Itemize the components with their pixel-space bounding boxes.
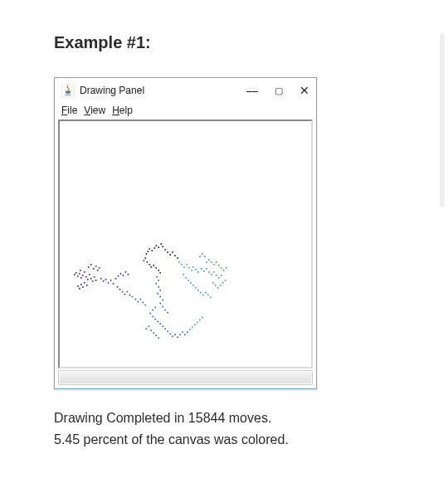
svg-point-15	[95, 280, 97, 281]
svg-point-59	[150, 266, 152, 268]
svg-point-147	[221, 275, 222, 276]
svg-point-51	[155, 245, 157, 246]
svg-point-92	[169, 333, 171, 334]
svg-point-144	[213, 271, 215, 273]
svg-point-104	[155, 334, 157, 336]
svg-point-94	[174, 334, 176, 335]
svg-point-141	[206, 268, 207, 270]
svg-point-36	[120, 273, 122, 275]
svg-point-47	[147, 251, 149, 252]
caption-line-2: 5.45 percent of the canvas was colored.	[54, 429, 448, 451]
svg-point-55	[144, 257, 146, 259]
svg-point-13	[92, 281, 94, 282]
svg-point-150	[211, 261, 212, 263]
svg-point-43	[124, 294, 125, 295]
svg-point-60	[153, 265, 154, 266]
svg-point-161	[222, 282, 224, 284]
svg-point-106	[131, 296, 133, 298]
svg-point-123	[187, 280, 189, 281]
menu-view[interactable]: View	[82, 105, 107, 116]
svg-point-130	[205, 292, 207, 294]
svg-point-18	[82, 286, 84, 288]
svg-point-33	[113, 283, 114, 285]
svg-point-116	[188, 267, 190, 269]
svg-point-118	[192, 266, 194, 268]
menubar: File View Help	[55, 103, 316, 120]
maximize-button[interactable]: ▢	[275, 86, 283, 95]
svg-point-74	[159, 290, 161, 291]
svg-point-115	[186, 264, 187, 266]
drawing-canvas	[58, 120, 313, 368]
svg-point-68	[174, 255, 176, 256]
svg-point-129	[202, 295, 204, 296]
svg-point-84	[149, 312, 151, 314]
svg-point-140	[203, 271, 205, 272]
svg-point-108	[137, 301, 139, 303]
svg-point-158	[215, 285, 217, 286]
svg-point-77	[162, 300, 163, 301]
svg-point-111	[144, 305, 146, 306]
menu-help[interactable]: Help	[110, 105, 134, 116]
svg-point-110	[142, 302, 144, 304]
page-scroll-indicator[interactable]	[440, 33, 445, 207]
svg-point-69	[177, 257, 178, 259]
svg-point-132	[210, 297, 212, 299]
svg-point-39	[127, 274, 129, 276]
svg-point-35	[118, 276, 119, 277]
svg-point-125	[192, 285, 194, 286]
svg-point-9	[85, 276, 87, 278]
menu-file[interactable]: File	[60, 105, 79, 116]
minimize-button[interactable]: —	[246, 85, 258, 96]
svg-point-121	[183, 274, 184, 276]
svg-point-25	[95, 266, 97, 267]
svg-point-151	[213, 264, 215, 266]
svg-point-65	[167, 251, 168, 253]
svg-point-164	[202, 253, 203, 255]
svg-point-26	[97, 270, 99, 271]
drawing-panel-window: Drawing Panel — ▢ ✕ File View Help	[54, 77, 317, 389]
close-button[interactable]: ✕	[299, 85, 309, 96]
svg-point-113	[181, 264, 183, 266]
svg-point-6	[82, 275, 84, 276]
svg-point-57	[146, 261, 148, 263]
svg-point-44	[126, 291, 128, 293]
svg-point-66	[169, 254, 171, 256]
svg-point-139	[201, 268, 202, 270]
svg-point-76	[159, 296, 161, 298]
svg-point-29	[103, 281, 105, 282]
svg-point-122	[185, 277, 187, 279]
svg-point-8	[84, 271, 85, 273]
svg-point-100	[148, 325, 149, 327]
svg-point-102	[150, 329, 152, 331]
svg-point-38	[124, 271, 126, 273]
window-titlebar: Drawing Panel — ▢ ✕	[55, 78, 316, 103]
svg-point-19	[80, 284, 82, 285]
caption-line-1: Drawing Completed in 15844 moves.	[54, 407, 448, 429]
svg-point-146	[218, 277, 220, 279]
svg-point-97	[182, 331, 183, 333]
svg-point-16	[84, 282, 85, 284]
svg-point-28	[100, 278, 102, 280]
svg-point-17	[86, 285, 88, 286]
svg-point-23	[90, 264, 92, 266]
svg-point-133	[189, 329, 191, 330]
svg-point-53	[160, 243, 162, 245]
svg-point-21	[77, 285, 79, 287]
svg-point-160	[220, 285, 222, 286]
svg-point-95	[177, 336, 178, 338]
svg-point-42	[122, 291, 124, 293]
svg-point-2	[75, 272, 77, 274]
svg-point-7	[80, 270, 81, 271]
fractal-drawing	[60, 121, 311, 367]
svg-point-159	[217, 287, 219, 289]
svg-point-52	[158, 246, 159, 248]
svg-point-101	[145, 328, 147, 329]
svg-point-120	[197, 271, 199, 273]
svg-point-22	[88, 266, 90, 268]
svg-point-127	[197, 290, 199, 291]
svg-point-34	[115, 278, 117, 280]
svg-point-48	[149, 248, 150, 250]
svg-point-30	[105, 279, 107, 281]
svg-point-81	[167, 311, 168, 313]
horizontal-scrollbar[interactable]	[58, 370, 313, 385]
